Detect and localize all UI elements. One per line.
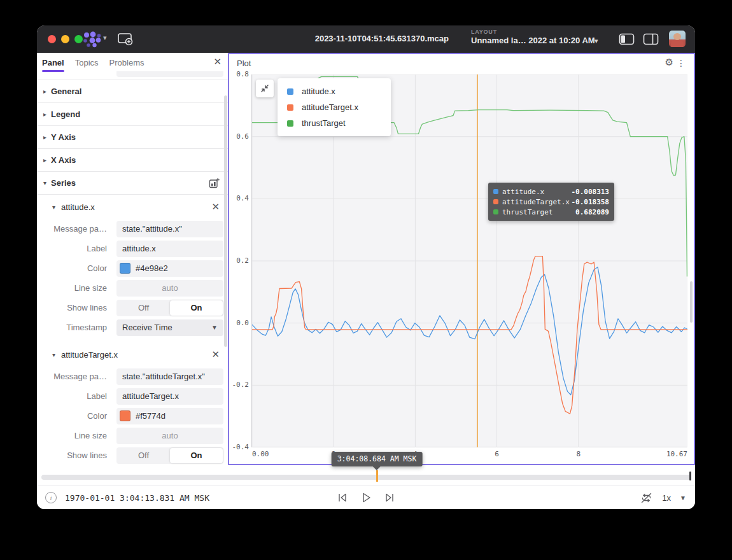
chevron-down-icon: ▾ [52,204,61,211]
minimize-window-button[interactable] [61,35,69,43]
toggle-left-sidebar-button[interactable] [619,33,635,48]
tooltip-swatch [493,199,498,204]
scrubber-playhead[interactable] [689,472,691,480]
section-legend[interactable]: ▸ Legend [37,103,228,126]
plot-legend[interactable]: attitude.x attitudeTarget.x thrustTarget [278,78,391,136]
tooltip-swatch [493,209,498,214]
reset-view-button[interactable] [256,80,274,97]
current-timestamp: 1970-01-01 3:04:13.831 AM MSK [65,493,209,503]
avatar-photo [673,33,681,40]
line-size-input[interactable]: auto [116,280,223,297]
layout-chevron-icon[interactable]: ▾ [595,37,598,45]
legend-item-attitude-target-x[interactable]: attitudeTarget.x [278,99,391,115]
section-y-axis[interactable]: ▸ Y Axis [37,126,228,149]
legend-swatch [287,88,293,95]
playback-bar: i 1970-01-01 3:04:13.831 AM MSK 1x ▼ [37,486,695,509]
tooltip-row: attitudeTarget.x -0.018358 [493,197,609,207]
speed-chevron-icon[interactable]: ▼ [680,494,686,501]
tab-panel[interactable]: Panel [42,57,64,67]
field-label: Label attitude.x [37,239,228,258]
panel-settings-gear-icon[interactable]: ⚙ [665,57,673,68]
chevron-right-icon: ▸ [43,88,51,95]
timestamp-select[interactable]: Receive Time ▼ [116,319,223,336]
show-lines-on-button[interactable]: On [170,300,223,316]
user-avatar[interactable] [669,31,686,47]
chevron-down-icon: ▾ [43,179,51,186]
show-lines-off-button[interactable]: Off [117,300,170,316]
series-header-attitude-x[interactable]: ▾ attitude.x ✕ [37,195,228,219]
remove-series-icon[interactable]: ✕ [211,349,220,360]
scrubber-track[interactable] [41,475,691,480]
seek-forward-button[interactable] [383,491,396,505]
tooltip-value: 0.682089 [575,208,609,216]
scrolled-title-row: Title Plot [37,71,228,80]
play-button[interactable] [360,491,372,505]
close-window-button[interactable] [48,35,56,43]
timeline-scrubber[interactable] [37,465,695,486]
color-swatch[interactable] [120,410,130,421]
show-lines-on-button[interactable]: On [170,448,223,463]
seek-backward-button[interactable] [336,491,349,505]
legend-item-thrust-target[interactable]: thrustTarget [278,115,391,131]
legend-item-attitude-x[interactable]: attitude.x [278,83,391,99]
field-show-lines: Show lines Off On [37,445,228,465]
app-menu-chevron-icon[interactable]: ▾ [103,34,107,42]
remove-series-icon[interactable]: ✕ [211,201,220,213]
plot-panel[interactable]: Plot ⚙ ⋮ 0.80.60.40.20.0-0.2-0.4 0.00246… [228,53,695,465]
panel-scrollbar[interactable] [690,281,693,323]
toggle-right-sidebar-button[interactable] [643,33,659,48]
window-controls [48,35,83,43]
scrubber-hover-marker[interactable] [376,470,378,482]
field-line-size: Line size auto [37,278,228,298]
add-series-icon[interactable] [209,178,220,191]
field-message-path: Message pa… state."attitude.x" [37,219,228,239]
chevron-right-icon: ▸ [43,111,51,118]
section-series[interactable]: ▾ Series [37,172,228,195]
tab-topics[interactable]: Topics [75,57,99,67]
plot-hover-tooltip: attitude.x -0.008313 attitudeTarget.x -0… [488,183,614,221]
section-x-axis[interactable]: ▸ X Axis [37,149,228,172]
add-panel-button[interactable] [117,32,134,48]
show-lines-toggle: Off On [116,447,223,464]
message-path-input[interactable]: state."attitudeTarget.x" [116,368,223,385]
show-lines-toggle: Off On [116,300,223,316]
title-field-input[interactable]: Plot [116,71,223,77]
section-general[interactable]: ▸ General [37,80,228,103]
chevron-down-icon: ▾ [52,351,61,358]
layout-selector[interactable]: LAYOUT Unnamed la… 2022 at 10:20 AM [471,29,595,45]
info-icon[interactable]: i [45,492,57,503]
chevron-right-icon: ▸ [43,134,51,141]
title-field-label: Title [37,71,112,73]
tooltip-row: attitude.x -0.008313 [493,186,609,197]
scrubber-time-tooltip: 3:04:08.684 AM MSK [332,452,423,466]
series-header-attitude-target-x[interactable]: ▾ attitudeTarget.x ✕ [37,342,228,367]
title-bar: ▾ 2023-11-10T04:51:45.631370.mcap LAYOUT… [37,25,695,53]
settings-sidebar: Panel Topics Problems ✕ Title Plot ▸ Gen… [37,53,228,465]
panel-title: Plot [237,59,251,68]
line-size-input[interactable]: auto [116,428,223,444]
tooltip-swatch [493,189,498,194]
tab-problems[interactable]: Problems [109,57,144,67]
sidebar-tabs: Panel Topics Problems ✕ [37,53,228,71]
close-sidebar-icon[interactable]: ✕ [213,56,222,67]
tooltip-value: -0.018358 [571,198,609,206]
panel-menu-kebab-icon[interactable]: ⋮ [677,58,686,68]
app-logo-icon[interactable] [81,31,103,50]
field-timestamp: Timestamp Receive Time ▼ [37,318,228,337]
color-swatch[interactable] [120,263,130,274]
chevron-right-icon: ▸ [43,157,51,164]
message-path-input[interactable]: state."attitude.x" [116,221,223,237]
playback-speed[interactable]: 1x [662,493,671,503]
color-input[interactable]: #4e98e2 [116,260,223,277]
label-input[interactable]: attitudeTarget.x [116,388,223,405]
field-show-lines: Show lines Off On [37,298,228,318]
loop-off-icon[interactable] [640,491,653,505]
legend-swatch [287,104,293,111]
legend-swatch [287,120,293,127]
show-lines-off-button[interactable]: Off [117,448,170,463]
label-input[interactable]: attitude.x [116,241,223,257]
open-file-title: 2023-11-10T04:51:45.631370.mcap [315,34,449,43]
field-color: Color #4e98e2 [37,258,228,278]
chevron-down-icon: ▼ [211,324,218,331]
color-input[interactable]: #f5774d [116,408,223,424]
